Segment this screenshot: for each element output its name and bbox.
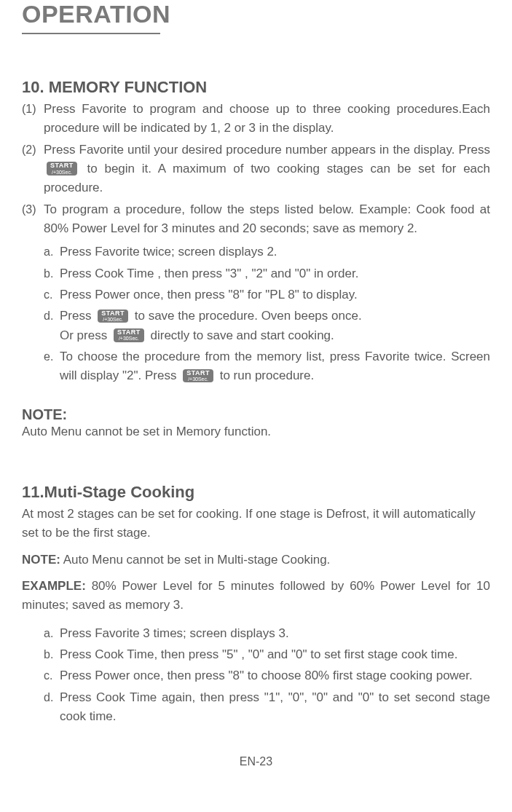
spacer: [22, 439, 490, 483]
sub-marker: e.: [44, 348, 60, 366]
start-button-line1: START: [186, 370, 210, 377]
text-fragment: Or press: [60, 328, 111, 342]
step-marker: a.: [44, 625, 60, 643]
list-body: To program a procedure, follow the steps…: [44, 200, 490, 239]
start-button-line1: START: [101, 310, 125, 317]
list-body: Press Favorite to program and choose up …: [44, 100, 490, 138]
text-fragment: Press Favorite until your desired proced…: [44, 143, 490, 157]
sub-marker: c.: [44, 286, 60, 304]
sub-marker: b.: [44, 265, 60, 283]
start-button-line2: /+30Sec.: [50, 170, 74, 175]
text-fragment: directly to save and start cooking.: [150, 328, 334, 342]
step-marker: b.: [44, 646, 60, 664]
section-11-example: EXAMPLE: 80% Power Level for 5 minutes f…: [22, 577, 490, 615]
section-11-intro: At most 2 stages can be set for cooking.…: [22, 505, 490, 543]
section-10-list: (1) Press Favorite to program and choose…: [22, 100, 490, 238]
list-item-3: (3) To program a procedure, follow the s…: [22, 200, 490, 239]
sub-body: Press Favorite twice; screen displays 2.: [60, 243, 490, 261]
sub-item-b: b. Press Cook Time , then press "3" , "2…: [44, 264, 490, 283]
list-body: Press Favorite until your desired proced…: [44, 141, 490, 198]
sub-item-d: d. Press START /+30Sec. to save the proc…: [44, 307, 490, 345]
page-number: EN-23: [22, 755, 490, 768]
section-11-steps: a. Press Favorite 3 times; screen displa…: [44, 624, 490, 727]
sub-body: To choose the procedure from the memory …: [60, 347, 490, 386]
sub-marker: d.: [44, 307, 60, 326]
text-fragment: to save the procedure. Oven beeps once.: [135, 309, 362, 323]
step-marker: c.: [44, 667, 60, 685]
sub-item-a: a. Press Favorite twice; screen displays…: [44, 243, 490, 261]
section-11-heading: 11.Muti-Stage Cooking: [22, 483, 490, 502]
section-11-note: NOTE: Auto Menu cannot be set in Multi-s…: [22, 551, 490, 569]
page-title: OPERATION: [22, 0, 490, 28]
sub-body: Press START /+30Sec. to save the procedu…: [60, 307, 490, 345]
sub-body: Press Cook Time , then press "3" , "2" a…: [60, 264, 490, 283]
note-body: Auto Menu cannot be set in Memory functi…: [22, 425, 490, 439]
section-10-heading: 10. MEMORY FUNCTION: [22, 78, 490, 97]
step-body: Press Cook Time again, then press "1", "…: [60, 688, 490, 727]
page-root: OPERATION 10. MEMORY FUNCTION (1) Press …: [0, 0, 512, 812]
step-body: Press Cook Time, then press "5" , "0" an…: [60, 645, 490, 664]
list-marker: (1): [22, 100, 44, 119]
start-button-line2: /+30Sec.: [117, 336, 141, 341]
section-10-sublist: a. Press Favorite twice; screen displays…: [44, 243, 490, 385]
step-a: a. Press Favorite 3 times; screen displa…: [44, 624, 490, 643]
step-body: Press Favorite 3 times; screen displays …: [60, 624, 490, 643]
start-button-icon: START /+30Sec.: [47, 162, 77, 176]
list-marker: (3): [22, 201, 44, 219]
sub-item-c: c. Press Power once, then press "8" for …: [44, 285, 490, 304]
text-fragment: to run procedure.: [220, 368, 314, 382]
step-b: b. Press Cook Time, then press "5" , "0"…: [44, 645, 490, 664]
start-button-icon: START /+30Sec.: [98, 310, 128, 323]
sub-item-e: e. To choose the procedure from the memo…: [44, 347, 490, 386]
list-item-1: (1) Press Favorite to program and choose…: [22, 100, 490, 138]
text-fragment: to begin it. A maximum of two cooking st…: [44, 162, 490, 194]
step-c: c. Press Power once, then press "8" to c…: [44, 666, 490, 685]
start-button-icon: START /+30Sec.: [183, 369, 213, 383]
text-fragment: Press: [60, 309, 95, 323]
example-label: EXAMPLE:: [22, 579, 86, 593]
step-d: d. Press Cook Time again, then press "1"…: [44, 688, 490, 727]
note-heading: NOTE:: [22, 406, 490, 423]
note-label: NOTE:: [22, 553, 60, 567]
list-item-2: (2) Press Favorite until your desired pr…: [22, 141, 490, 198]
list-marker: (2): [22, 141, 44, 159]
start-button-icon: START /+30Sec.: [114, 328, 144, 342]
start-button-line2: /+30Sec.: [101, 317, 125, 322]
start-button-line2: /+30Sec.: [186, 377, 210, 382]
sub-marker: a.: [44, 243, 60, 261]
step-body: Press Power once, then press "8" to choo…: [60, 666, 490, 685]
step-marker: d.: [44, 689, 60, 707]
title-rule: [22, 33, 160, 34]
start-button-line1: START: [50, 162, 74, 169]
start-button-line1: START: [117, 329, 141, 336]
sub-body: Press Power once, then press "8" for "PL…: [60, 285, 490, 304]
note-text: Auto Menu cannot be set in Multi-stage C…: [60, 553, 330, 567]
example-text: 80% Power Level for 5 minutes followed b…: [22, 579, 490, 612]
